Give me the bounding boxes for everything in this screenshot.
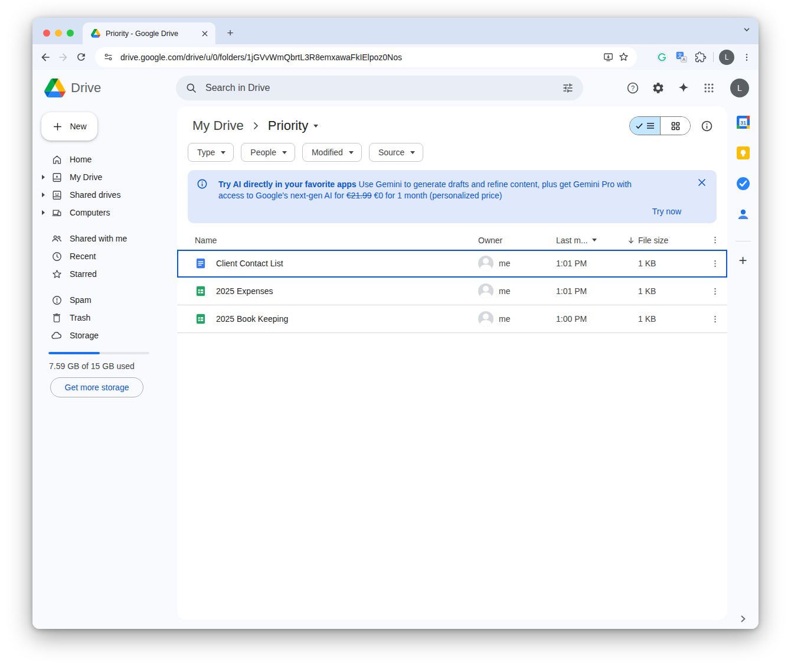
- list-view-button[interactable]: [630, 117, 660, 135]
- bookmark-star-icon[interactable]: [616, 50, 631, 65]
- grammarly-extension-icon[interactable]: [655, 50, 669, 64]
- side-panel-strip: 31: [727, 106, 759, 629]
- sidebar-item-spam[interactable]: Spam: [32, 291, 177, 309]
- filter-chip-people[interactable]: People: [241, 143, 295, 162]
- check-icon: [636, 123, 643, 129]
- drive-logo-text: Drive: [71, 80, 101, 96]
- tab-close-icon[interactable]: [200, 28, 210, 38]
- collapse-side-panel-icon[interactable]: [740, 615, 747, 623]
- row-menu-icon[interactable]: [703, 259, 727, 268]
- filter-chip-modified[interactable]: Modified: [302, 143, 362, 162]
- forward-button[interactable]: [54, 48, 72, 66]
- site-info-icon[interactable]: [103, 52, 113, 62]
- table-row[interactable]: 2025 Expenses me 1:01 PM 1 KB: [177, 278, 727, 305]
- tab-title: Priority - Google Drive: [106, 30, 200, 38]
- sidebar-item-storage[interactable]: Storage: [32, 327, 177, 344]
- calendar-icon[interactable]: 31: [736, 115, 751, 130]
- sidebar-item-shared-with-me[interactable]: Shared with me: [32, 230, 177, 247]
- drive-logo[interactable]: Drive: [44, 79, 101, 97]
- extensions-puzzle-icon[interactable]: [694, 50, 708, 64]
- help-icon[interactable]: ?: [625, 80, 640, 96]
- search-bar[interactable]: [176, 76, 583, 100]
- sort-direction-icon[interactable]: [626, 236, 636, 245]
- new-button[interactable]: New: [41, 112, 97, 141]
- details-info-icon[interactable]: [701, 120, 713, 132]
- column-header-modified[interactable]: Last m...: [556, 236, 638, 245]
- sidebar-item-recent[interactable]: Recent: [32, 247, 177, 265]
- sidebar-item-starred[interactable]: Starred: [32, 265, 177, 283]
- gemini-spark-icon[interactable]: [676, 80, 691, 96]
- file-table: Name Owner Last m... File size: [177, 231, 727, 333]
- google-apps-grid-icon[interactable]: [701, 80, 717, 96]
- search-input[interactable]: [205, 83, 562, 93]
- browser-menu-icon[interactable]: [740, 50, 754, 64]
- column-header-name[interactable]: Name: [177, 236, 478, 245]
- chevron-down-icon: [592, 239, 597, 242]
- row-menu-icon[interactable]: [703, 287, 727, 296]
- drive-sidebar: New Home My Driv: [32, 106, 177, 629]
- recent-clock-icon: [51, 250, 63, 262]
- sidebar-item-trash[interactable]: Trash: [32, 309, 177, 327]
- table-row[interactable]: Client Contact List me 1:01 PM 1 KB: [177, 250, 727, 278]
- get-more-storage-button[interactable]: Get more storage: [50, 377, 143, 397]
- chevron-down-icon: [410, 151, 415, 154]
- zoom-window-button[interactable]: [67, 30, 74, 37]
- chevron-down-icon: [349, 151, 354, 154]
- search-icon[interactable]: [185, 82, 197, 94]
- column-header-size[interactable]: File size: [638, 236, 703, 245]
- drive-header: Drive ?: [32, 70, 759, 106]
- browser-toolbar: drive.google.com/drive/u/0/folders/1jGVv…: [32, 44, 759, 70]
- contacts-icon[interactable]: [736, 207, 751, 222]
- url-text: drive.google.com/drive/u/0/folders/1jGVv…: [120, 53, 402, 62]
- owner-avatar-icon: [478, 311, 493, 327]
- minimize-window-button[interactable]: [55, 30, 62, 37]
- banner-close-icon[interactable]: [698, 178, 706, 187]
- back-button[interactable]: [37, 48, 54, 66]
- filter-chips: Type People Modified Source: [177, 143, 727, 162]
- sidebar-item-home[interactable]: Home: [32, 151, 177, 168]
- expand-caret-icon: [42, 193, 45, 197]
- breadcrumb-current-folder[interactable]: Priority: [263, 116, 323, 136]
- drive-profile-avatar[interactable]: L: [730, 79, 749, 97]
- grid-view-button[interactable]: [660, 117, 690, 135]
- search-options-icon[interactable]: [562, 82, 574, 94]
- sidebar-item-shared-drives[interactable]: Shared drives: [32, 186, 177, 204]
- browser-tab[interactable]: Priority - Google Drive: [83, 22, 215, 44]
- url-bar[interactable]: drive.google.com/drive/u/0/folders/1jGVv…: [95, 47, 637, 67]
- browser-window: Priority - Google Drive +: [32, 18, 759, 629]
- google-sheet-icon: [195, 313, 207, 325]
- drive-header-actions: ? L: [625, 70, 749, 106]
- sidebar-item-computers[interactable]: Computers: [32, 204, 177, 221]
- keep-icon[interactable]: [736, 145, 751, 161]
- list-lines-icon: [646, 122, 655, 129]
- svg-text:31: 31: [740, 120, 746, 126]
- translate-extension-icon[interactable]: 文 A: [674, 50, 688, 64]
- breadcrumb-my-drive[interactable]: My Drive: [188, 116, 249, 136]
- filter-chip-source[interactable]: Source: [369, 143, 423, 162]
- filter-chip-type[interactable]: Type: [188, 143, 234, 162]
- browser-profile-avatar[interactable]: L: [719, 50, 734, 65]
- owner-avatar-icon: [478, 283, 493, 299]
- settings-gear-icon[interactable]: [651, 80, 666, 96]
- get-add-ons-icon[interactable]: +: [738, 252, 747, 269]
- chevron-down-icon: [221, 151, 225, 154]
- tasks-icon[interactable]: [736, 176, 751, 191]
- google-sheet-icon: [195, 285, 207, 297]
- banner-try-now-link[interactable]: Try now: [652, 207, 681, 216]
- breadcrumb-chevron-icon: [253, 122, 259, 130]
- table-row[interactable]: 2025 Book Keeping me 1:00 PM 1 KB: [177, 305, 727, 333]
- expand-caret-icon: [42, 175, 45, 180]
- close-window-button[interactable]: [43, 30, 50, 37]
- grid-view-icon: [671, 122, 680, 131]
- new-tab-button[interactable]: +: [223, 25, 238, 41]
- reload-button[interactable]: [72, 48, 90, 66]
- column-header-owner[interactable]: Owner: [478, 236, 556, 245]
- table-header-row: Name Owner Last m... File size: [177, 231, 727, 250]
- tab-search-chevron-icon[interactable]: [743, 26, 750, 33]
- install-app-icon[interactable]: [600, 50, 616, 65]
- drive-app: Drive ?: [32, 70, 759, 629]
- row-menu-icon[interactable]: [703, 315, 727, 324]
- table-header-menu-icon[interactable]: [703, 236, 727, 244]
- sidebar-item-my-drive[interactable]: My Drive: [32, 168, 177, 186]
- storage-progress-bar: [48, 352, 149, 354]
